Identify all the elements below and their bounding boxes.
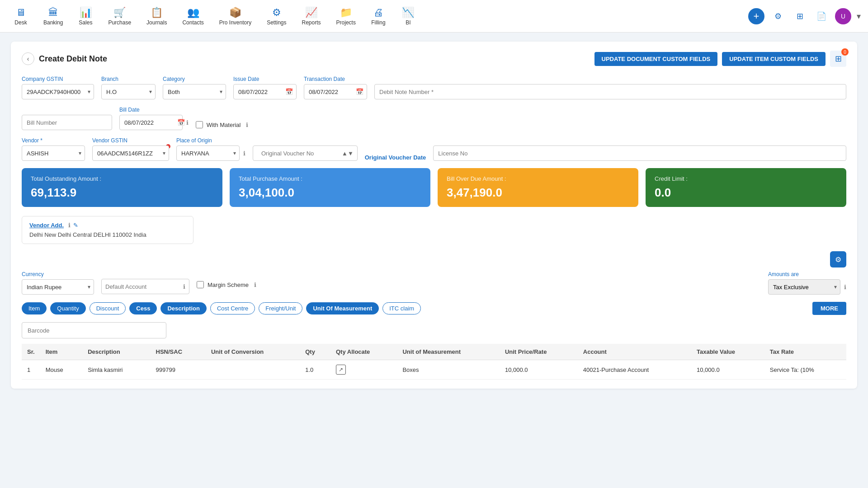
nav-item-banking[interactable]: 🏛 Banking <box>37 3 69 29</box>
table-cell: 10,000.0 <box>691 360 764 380</box>
vendor-gstin-select[interactable]: 06AADCM5146R1ZZ <box>92 145 169 161</box>
chip-item[interactable]: Item <box>22 302 47 314</box>
gear-settings-button[interactable]: ⚙ <box>830 251 846 267</box>
chip-unit_of_measurement[interactable]: Unit Of Measurement <box>306 302 379 314</box>
top-nav: 🖥 Desk 🏛 Banking 📊 Sales 🛒 Purchase 📋 Jo… <box>0 0 868 33</box>
more-button[interactable]: MORE <box>812 302 846 315</box>
purchase-icon: 🛒 <box>113 7 126 19</box>
chip-discount[interactable]: Discount <box>90 302 126 314</box>
update-item-custom-fields-button[interactable]: UPDATE ITEM CUSTOM FIELDS <box>722 52 826 66</box>
vendor-select[interactable]: ASHISH <box>22 145 85 161</box>
user-avatar[interactable]: U <box>835 8 851 24</box>
nav-label-pro-inventory: Pro Inventory <box>219 19 251 26</box>
vendor-addr-edit-icon[interactable]: ✎ <box>73 222 78 229</box>
original-voucher-date-label[interactable]: Original Voucher Date <box>365 154 426 161</box>
nav-item-bi[interactable]: 📉 BI <box>395 3 422 29</box>
category-label: Category <box>163 76 226 82</box>
nav-item-journals[interactable]: 📋 Journals <box>140 3 173 29</box>
table-header-cell: Account <box>578 344 691 360</box>
page-header: ‹ Create Debit Note UPDATE DOCUMENT CUST… <box>22 51 846 67</box>
default-account-input[interactable] <box>105 283 181 290</box>
margin-scheme-checkbox[interactable] <box>197 281 204 288</box>
chip-cost_centre[interactable]: Cost Centre <box>210 302 255 314</box>
filling-icon: 🖨 <box>373 7 383 19</box>
table-header-cell: Unit Price/Rate <box>500 344 578 360</box>
currency-select[interactable]: Indian Rupee <box>22 279 94 295</box>
category-select[interactable]: Both <box>163 84 226 99</box>
table-cell: 1.0 <box>300 360 330 380</box>
chip-itc_claim[interactable]: ITC claim <box>382 302 421 314</box>
calendar-icon: 📅 <box>285 88 293 95</box>
nav-item-filling[interactable]: 🖨 Filling <box>365 3 392 29</box>
table-header-cell: Sr. <box>22 344 40 360</box>
nav-item-projects[interactable]: 📁 Projects <box>330 3 362 29</box>
total-purchase-value: 3,04,100.0 <box>239 186 421 200</box>
currency-label: Currency <box>22 271 94 277</box>
nav-label-projects: Projects <box>336 19 356 26</box>
chips-row: ItemQuantityDiscountCessDescriptionCost … <box>22 302 846 315</box>
amounts-are-group: Amounts are Tax Exclusive ▾ ℹ <box>768 271 846 295</box>
voucher-arrow-up[interactable]: ▲ <box>342 150 348 157</box>
barcode-input[interactable] <box>22 322 166 338</box>
company-gstin-group: Company GSTIN 29AADCK7940H000 ▾ <box>22 76 94 99</box>
bill-overdue-card: Bill Over Due Amount : 3,47,190.0 <box>438 168 638 207</box>
bill-date-input[interactable] <box>119 115 183 130</box>
settings-float-button[interactable]: ⊞ 0 <box>830 51 846 67</box>
table-cell[interactable]: ↗ <box>330 360 397 380</box>
category-group: Category Both ▾ <box>163 76 226 99</box>
amounts-are-info-icon: ℹ <box>844 284 846 291</box>
header-buttons: UPDATE DOCUMENT CUSTOM FIELDS UPDATE ITE… <box>594 51 846 67</box>
external-link-icon[interactable]: ↗ <box>336 365 346 375</box>
desk-icon: 🖥 <box>16 7 26 19</box>
with-material-checkbox[interactable] <box>196 121 203 128</box>
chip-cess[interactable]: Cess <box>129 302 157 314</box>
total-purchase-card: Total Purchase Amount : 3,04,100.0 <box>230 168 430 207</box>
back-button[interactable]: ‹ <box>22 52 34 65</box>
license-no-group <box>433 145 846 161</box>
chip-description[interactable]: Description <box>160 302 207 314</box>
vendor-address-text: Delhi New Delhi Central DELHI 110002 Ind… <box>29 231 186 238</box>
nav-items: 🖥 Desk 🏛 Banking 📊 Sales 🛒 Purchase 📋 Jo… <box>7 3 748 29</box>
pro-inventory-icon: 📦 <box>229 7 241 19</box>
gear-nav-button[interactable]: ⚙ <box>770 8 786 24</box>
nav-item-settings[interactable]: ⚙ Settings <box>260 3 292 29</box>
sales-icon: 📊 <box>80 7 92 19</box>
amounts-are-select[interactable]: Tax Exclusive <box>768 279 840 295</box>
nav-item-sales[interactable]: 📊 Sales <box>72 3 99 29</box>
add-button[interactable]: + <box>748 8 764 24</box>
update-doc-custom-fields-button[interactable]: UPDATE DOCUMENT CUSTOM FIELDS <box>594 52 718 66</box>
total-outstanding-label: Total Outstanding Amount : <box>31 175 213 182</box>
table-header-row: Sr.ItemDescriptionHSN/SACUnit of Convers… <box>22 344 846 360</box>
vendor-add-link[interactable]: Vendor Add. <box>29 222 64 229</box>
chip-quantity[interactable]: Quantity <box>50 302 85 314</box>
original-voucher-no-input[interactable] <box>257 145 342 161</box>
place-of-origin-select[interactable]: HARYANA <box>176 145 240 161</box>
nav-item-reports[interactable]: 📈 Reports <box>296 3 327 29</box>
company-gstin-select-wrapper: 29AADCK7940H000 ▾ <box>22 84 94 99</box>
branch-select[interactable]: H.O <box>101 84 156 99</box>
badge-zero: 0 <box>841 48 849 56</box>
doc-nav-button[interactable]: 📄 <box>813 8 830 24</box>
company-gstin-select[interactable]: 29AADCK7940H000 <box>22 84 94 99</box>
license-no-input[interactable] <box>433 145 846 161</box>
nav-item-pro-inventory[interactable]: 📦 Pro Inventory <box>213 3 258 29</box>
items-table-wrapper: Sr.ItemDescriptionHSN/SACUnit of Convers… <box>22 344 846 380</box>
nav-item-contacts[interactable]: 👥 Contacts <box>176 3 210 29</box>
nav-item-purchase[interactable]: 🛒 Purchase <box>102 3 137 29</box>
voucher-arrow-down[interactable]: ▼ <box>348 150 354 157</box>
debit-note-number-input[interactable] <box>374 84 846 99</box>
nav-item-desk[interactable]: 🖥 Desk <box>7 3 34 29</box>
table-body: 1MouseSimla kasmiri9997991.0↗Boxes10,000… <box>22 360 846 380</box>
chevron-down-icon[interactable]: ▾ <box>857 11 861 21</box>
total-outstanding-card: Total Outstanding Amount : 69,113.9 <box>22 168 222 207</box>
vendor-address-box: Vendor Add. ℹ ✎ Delhi New Delhi Central … <box>22 216 193 244</box>
info-icon: ℹ <box>186 119 189 126</box>
items-table: Sr.ItemDescriptionHSN/SACUnit of Convers… <box>22 344 846 380</box>
bill-number-input[interactable] <box>22 115 112 130</box>
chip-freight_unit[interactable]: Freight/Unit <box>259 302 302 314</box>
with-material-info-icon: ℹ <box>246 122 248 128</box>
place-of-origin-info-icon: ℹ <box>243 150 245 157</box>
table-cell: Mouse <box>40 360 83 380</box>
total-purchase-label: Total Purchase Amount : <box>239 175 421 182</box>
grid-nav-button[interactable]: ⊞ <box>792 8 808 24</box>
